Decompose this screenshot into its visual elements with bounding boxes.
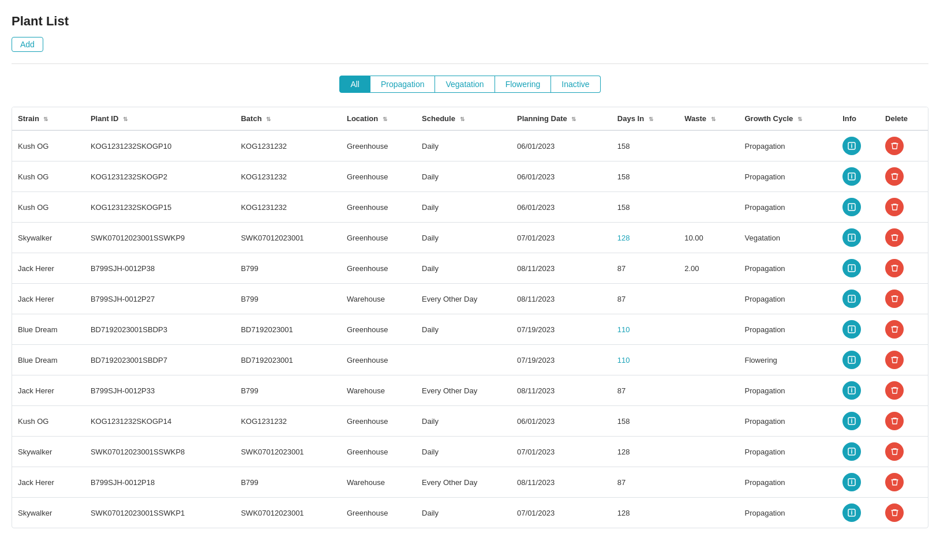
cell-planning_date: 08/11/2023 [511,253,612,284]
delete-button[interactable] [885,290,904,308]
filter-btn-vegatation[interactable]: Vegatation [435,76,495,93]
cell-days-in: 158 [612,130,679,161]
table-body: Kush OGKOG1231232SKOGP10KOG1231232Greenh… [12,130,928,528]
delete-button[interactable] [885,137,904,155]
delete-button[interactable] [885,167,904,186]
filter-btn-propagation[interactable]: Propagation [370,76,436,93]
info-button[interactable] [842,290,861,308]
cell-planning_date: 07/19/2023 [511,345,612,375]
cell-planning_date: 08/11/2023 [511,284,612,314]
cell-plant_id: B799SJH-0012P18 [85,467,235,498]
info-button[interactable] [842,442,861,461]
table-wrapper: Strain ⇅Plant ID ⇅Batch ⇅Location ⇅Sched… [12,107,928,528]
svg-point-32 [851,449,852,450]
delete-button[interactable] [885,442,904,461]
cell-waste [679,406,739,437]
cell-location: Warehouse [341,284,416,314]
cell-batch: B799 [235,284,341,314]
info-button[interactable] [842,137,861,155]
info-button[interactable] [842,381,861,400]
filter-btn-all[interactable]: All [339,76,370,93]
info-button[interactable] [842,228,861,247]
table-row: Jack HererB799SJH-0012P33B799WarehouseEv… [12,375,928,406]
cell-batch: BD7192023001 [235,345,341,375]
cell-info [837,406,879,437]
cell-strain: Jack Herer [12,284,85,314]
cell-days-in[interactable]: 128 [612,223,679,253]
info-button[interactable] [842,259,861,277]
delete-button[interactable] [885,503,904,522]
info-button[interactable] [842,320,861,339]
cell-location: Greenhouse [341,345,416,375]
cell-schedule [416,345,511,375]
table-row: Blue DreamBD7192023001SBDP3BD7192023001G… [12,314,928,345]
svg-point-5 [851,174,852,175]
cell-waste [679,130,739,161]
cell-plant_id: KOG1231232SKOGP15 [85,192,235,223]
cell-schedule: Daily [416,223,511,253]
cell-planning_date: 06/01/2023 [511,130,612,161]
info-button[interactable] [842,473,861,491]
cell-batch: KOG1231232 [235,192,341,223]
info-button[interactable] [842,412,861,430]
delete-button[interactable] [885,320,904,339]
col-header-growth_cycle[interactable]: Growth Cycle ⇅ [739,107,837,130]
filter-btn-inactive[interactable]: Inactive [551,76,600,93]
cell-plant_id: SWK07012023001SSWKP1 [85,498,235,528]
delete-button[interactable] [885,259,904,277]
add-button[interactable]: Add [12,37,43,52]
info-button[interactable] [842,198,861,216]
plant-table: Strain ⇅Plant ID ⇅Batch ⇅Location ⇅Sched… [12,107,928,528]
delete-button[interactable] [885,473,904,491]
cell-planning_date: 07/01/2023 [511,437,612,467]
cell-info [837,192,879,223]
cell-location: Greenhouse [341,130,416,161]
col-header-batch[interactable]: Batch ⇅ [235,107,341,130]
cell-planning_date: 06/01/2023 [511,161,612,192]
cell-strain: Skywalker [12,437,85,467]
table-row: Kush OGKOG1231232SKOGP10KOG1231232Greenh… [12,130,928,161]
cell-strain: Jack Herer [12,467,85,498]
cell-location: Greenhouse [341,192,416,223]
delete-button[interactable] [885,198,904,216]
sort-icon: ⇅ [460,116,465,122]
page-container: Plant List Add AllPropagationVegatationF… [0,0,940,542]
divider [12,63,928,64]
svg-point-17 [851,296,852,298]
info-button[interactable] [842,351,861,369]
col-header-delete[interactable]: Delete [879,107,928,130]
table-row: SkywalkerSWK07012023001SSWKP8SWK07012023… [12,437,928,467]
delete-button[interactable] [885,228,904,247]
cell-days-in: 158 [612,192,679,223]
cell-growth-cycle: Propagation [739,498,837,528]
days-in-link[interactable]: 128 [617,234,630,242]
svg-point-35 [851,480,852,481]
days-in-link[interactable]: 110 [617,356,630,364]
delete-button[interactable] [885,381,904,400]
delete-button[interactable] [885,412,904,430]
cell-info [837,437,879,467]
cell-batch: KOG1231232 [235,130,341,161]
col-header-plant_id[interactable]: Plant ID ⇅ [85,107,235,130]
sort-icon: ⇅ [649,116,653,122]
info-button[interactable] [842,167,861,186]
cell-growth-cycle: Flowering [739,345,837,375]
col-header-planning_date[interactable]: Planning Date ⇅ [511,107,612,130]
cell-days-in[interactable]: 110 [612,345,679,375]
days-in-link[interactable]: 110 [617,325,630,334]
col-header-days_in[interactable]: Days In ⇅ [612,107,679,130]
filter-btn-flowering[interactable]: Flowering [495,76,552,93]
cell-planning_date: 07/19/2023 [511,314,612,345]
info-button[interactable] [842,503,861,522]
col-header-location[interactable]: Location ⇅ [341,107,416,130]
col-header-waste[interactable]: Waste ⇅ [679,107,739,130]
cell-growth-cycle: Propagation [739,467,837,498]
table-header: Strain ⇅Plant ID ⇅Batch ⇅Location ⇅Sched… [12,107,928,130]
col-header-schedule[interactable]: Schedule ⇅ [416,107,511,130]
col-header-strain[interactable]: Strain ⇅ [12,107,85,130]
cell-location: Warehouse [341,375,416,406]
col-header-info[interactable]: Info [837,107,879,130]
delete-button[interactable] [885,351,904,369]
cell-days-in[interactable]: 110 [612,314,679,345]
svg-point-11 [851,235,852,236]
